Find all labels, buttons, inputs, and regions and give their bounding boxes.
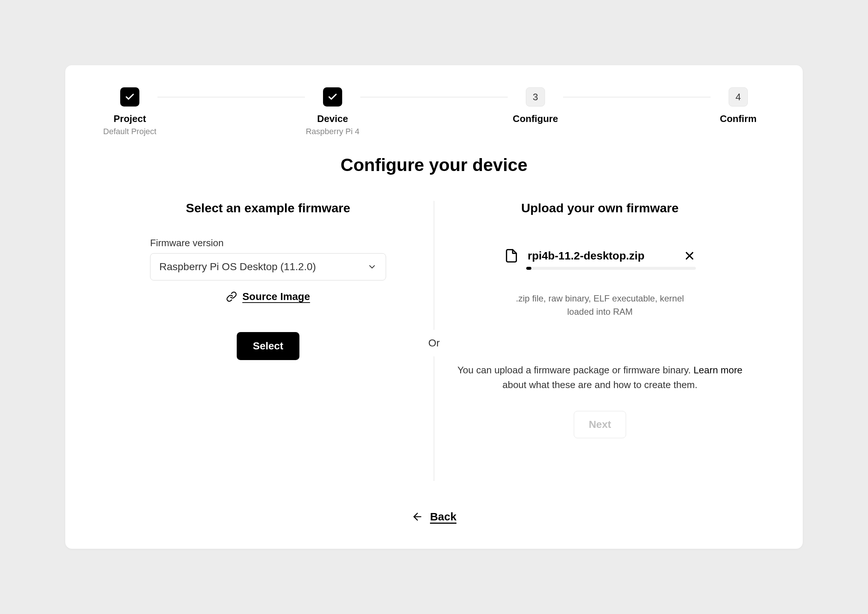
chevron-down-icon	[367, 262, 377, 271]
divider: Or	[428, 201, 439, 481]
step-label: Configure	[513, 113, 558, 124]
step-configure[interactable]: 3 Configure	[508, 87, 563, 124]
upload-hint: .zip file, raw binary, ELF executable, k…	[504, 292, 696, 318]
upload-progress-fill	[526, 267, 531, 270]
page-title: Configure your device	[102, 155, 766, 175]
step-sublabel: Raspberry Pi 4	[306, 127, 360, 136]
close-icon[interactable]	[683, 250, 696, 262]
step-label: Device	[317, 113, 348, 124]
source-image-link[interactable]: Source Image	[150, 291, 386, 302]
firmware-version-select[interactable]: Raspberry Pi OS Desktop (11.2.0)	[150, 253, 386, 281]
arrow-left-icon	[411, 511, 423, 523]
upload-desc-post: about what these are and how to create t…	[502, 379, 697, 390]
upload-filename: rpi4b-11.2-desktop.zip	[528, 250, 674, 262]
upload-heading: Upload your own firmware	[456, 201, 744, 215]
stepper: Project Default Project Device Raspberry…	[102, 87, 766, 136]
step-number-box: 4	[728, 87, 748, 107]
next-button[interactable]: Next	[574, 411, 626, 438]
back-link[interactable]: Back	[102, 510, 766, 523]
source-image-label: Source Image	[242, 291, 310, 302]
divider-line	[434, 357, 434, 481]
file-icon	[504, 248, 519, 263]
upload-file-row: rpi4b-11.2-desktop.zip	[504, 248, 696, 263]
step-confirm[interactable]: 4 Confirm	[711, 87, 766, 124]
back-label: Back	[430, 510, 457, 523]
step-project[interactable]: Project Default Project	[102, 87, 157, 136]
step-number-box: 3	[526, 87, 545, 107]
step-device[interactable]: Device Raspberry Pi 4	[305, 87, 360, 136]
firmware-version-label: Firmware version	[150, 237, 386, 249]
step-sublabel: Default Project	[103, 127, 156, 136]
example-heading: Select an example firmware	[124, 201, 412, 215]
step-connector	[360, 97, 508, 97]
upload-firmware-column: Upload your own firmware rpi4b-11.2-desk…	[434, 201, 766, 481]
upload-progress	[526, 267, 696, 270]
divider-line	[434, 201, 434, 330]
check-icon	[120, 87, 140, 107]
example-firmware-column: Select an example firmware Firmware vers…	[102, 201, 434, 481]
check-icon	[323, 87, 342, 107]
step-label: Confirm	[720, 113, 757, 124]
step-label: Project	[113, 113, 146, 124]
upload-desc-pre: You can upload a firmware package or fir…	[457, 364, 693, 375]
step-connector	[157, 97, 305, 97]
select-button[interactable]: Select	[237, 332, 300, 360]
firmware-version-value: Raspberry Pi OS Desktop (11.2.0)	[159, 261, 316, 273]
wizard-card: Project Default Project Device Raspberry…	[65, 65, 803, 549]
or-label: Or	[428, 330, 439, 357]
upload-description: You can upload a firmware package or fir…	[456, 363, 744, 392]
step-connector	[563, 97, 711, 97]
columns: Select an example firmware Firmware vers…	[102, 201, 766, 481]
learn-more-link[interactable]: Learn more	[694, 364, 743, 375]
link-icon	[226, 291, 237, 302]
